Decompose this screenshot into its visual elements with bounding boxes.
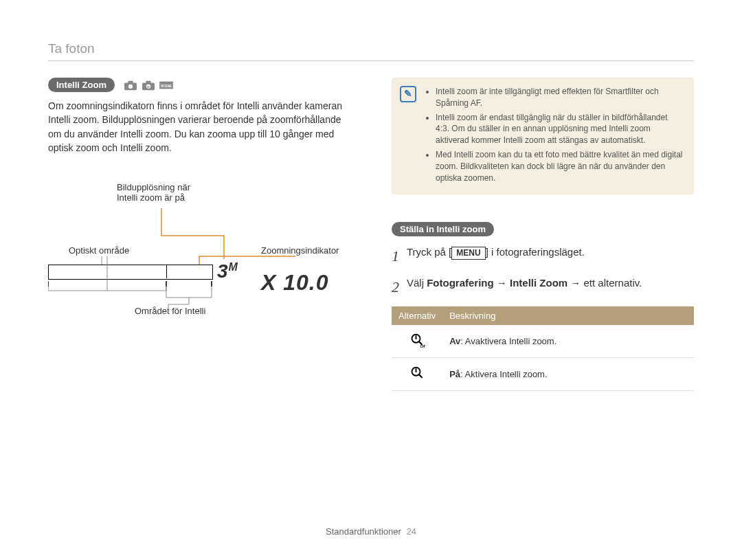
zoom-diagram: Bildupplösning när Intelli zoom är på Op… [48,182,350,320]
svg-point-21 [415,338,416,339]
resolution-label-line2: Intelli zoom är på [117,192,220,203]
svg-rect-1 [128,80,133,83]
svg-point-2 [128,84,133,88]
info-bullet-1: Intelli zoom är inte tillgängligt med ef… [436,86,683,109]
resolution-readout: 3M [217,260,238,282]
svg-rect-9 [172,81,174,89]
scene-icon: SCENE [159,79,174,91]
zoom-factor-readout: X 10.0 [261,270,329,295]
info-bullet-3: Med Intelli zoom kan du ta ett foto med … [436,149,683,183]
info-icon: ✎ [400,86,416,102]
info-bullet-2: Intelli zoom är endast tillgänglig när d… [436,112,683,146]
option-row-off: OFF Av: Avaktivera Intelli zoom. [392,325,694,358]
top-divider [48,60,694,61]
step-number-1: 1 [392,245,407,267]
info-note-box: ✎ Intelli zoom är inte tillgängligt med … [392,78,694,194]
step-2-text: Välj Fotografering → Intelli Zoom → ett … [407,276,642,291]
menu-key: MENU [451,247,485,260]
svg-text:SCENE: SCENE [161,84,172,87]
breadcrumb: Ta foton [48,41,694,56]
section-pill-set-intelli-zoom: Ställa in Intelli zoom [392,222,494,236]
intelli-zoom-on-icon [409,365,425,381]
zoom-bar-optical-segment [48,265,167,278]
svg-text:OFF: OFF [420,344,426,348]
mode-icons: P SCENE [123,79,174,91]
svg-text:P: P [148,85,150,89]
svg-point-26 [415,371,416,372]
camera-smart-icon [123,79,138,91]
step-1-text: Tryck på [MENU] i fotograferingsläget. [407,245,585,260]
options-header-alternativ: Alternativ [392,306,442,325]
intro-paragraph: Om zoomningsindikatorn finns i området f… [48,99,350,155]
zoom-indicator-label: Zoomningsindikator [261,245,339,256]
page-footer: Standardfunktioner 24 [0,526,742,537]
footer-page-number: 24 [407,526,416,537]
camera-p-icon: P [141,79,156,91]
intelli-area-label: Området för Intelli [135,306,205,316]
options-header-beskrivning: Beskrivning [442,306,694,325]
resolution-label-line1: Bildupplösning när [117,182,220,192]
optical-area-label: Optiskt område [69,245,129,256]
option-row-on: På: Aktivera Intelli zoom. [392,358,694,391]
intelli-zoom-off-icon: OFF [409,332,425,348]
footer-section: Standardfunktioner [326,526,401,537]
section-pill-intelli-zoom: Intelli Zoom [48,78,115,92]
step-number-2: 2 [392,276,407,298]
options-table: Alternativ Beskrivning OFF [392,306,694,391]
svg-line-24 [419,375,423,379]
svg-rect-4 [146,80,151,83]
